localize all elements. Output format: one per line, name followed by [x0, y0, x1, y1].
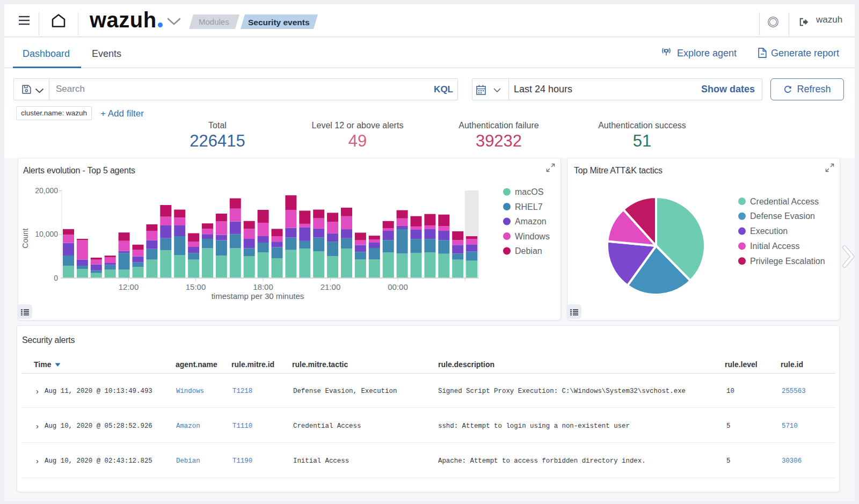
svg-text:Defense Evasion: Defense Evasion: [750, 211, 815, 221]
svg-text:00:00: 00:00: [388, 282, 408, 291]
svg-text:Amazon: Amazon: [515, 217, 547, 226]
svg-text:Windows: Windows: [515, 232, 550, 241]
svg-text:Security events: Security events: [248, 18, 310, 27]
svg-text:12:00: 12:00: [119, 282, 139, 291]
svg-text:Execution: Execution: [750, 227, 788, 236]
svg-text:macOS: macOS: [515, 187, 543, 196]
svg-text:timestamp per 30 minutes: timestamp per 30 minutes: [212, 291, 304, 301]
svg-text:Modules: Modules: [199, 17, 229, 26]
svg-text:RHEL7: RHEL7: [515, 202, 543, 211]
svg-text:Initial Access: Initial Access: [750, 242, 799, 251]
svg-text:18:00: 18:00: [253, 282, 273, 291]
svg-text:10,000: 10,000: [35, 230, 58, 238]
svg-text:Debian: Debian: [515, 246, 542, 255]
svg-text:15:00: 15:00: [186, 282, 206, 291]
svg-text:Credential Access: Credential Access: [750, 197, 819, 206]
svg-text:Privilege Escalation: Privilege Escalation: [750, 257, 825, 266]
svg-text:20,000: 20,000: [35, 186, 58, 195]
svg-text:21:00: 21:00: [321, 282, 341, 291]
svg-text:0: 0: [54, 274, 58, 282]
svg-text:Count: Count: [21, 228, 30, 248]
